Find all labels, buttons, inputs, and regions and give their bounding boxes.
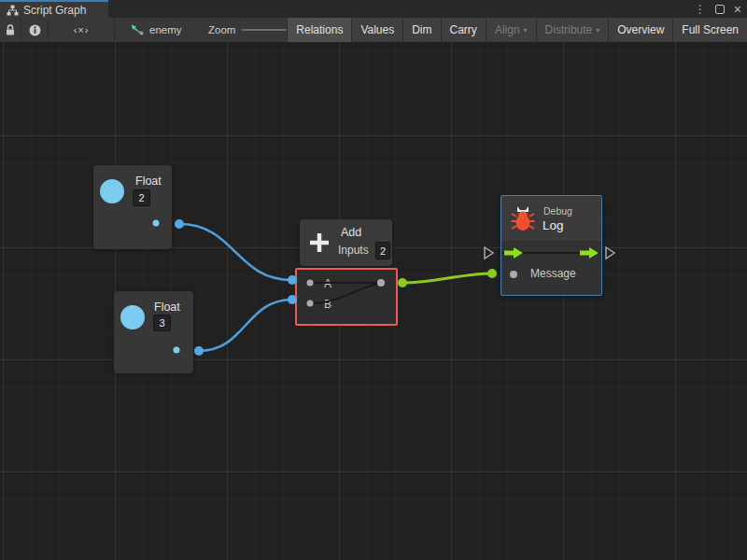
dim-label: Dim	[412, 23, 431, 36]
tab-script-graph[interactable]: Script Graph	[0, 0, 108, 18]
chevron-down-icon: ▾	[524, 27, 528, 35]
plus-icon	[307, 231, 331, 255]
graph-name-label: enemy	[149, 24, 182, 35]
info-button[interactable]	[21, 18, 49, 42]
zoom-label: Zoom	[208, 24, 235, 35]
float-node-1-title: Float	[135, 175, 162, 188]
fullscreen-label: Full Screen	[682, 23, 739, 36]
flow-port-out-triangle[interactable]	[606, 247, 614, 259]
wire1-start-dot[interactable]	[175, 219, 184, 229]
green-wire-start-dot[interactable]	[398, 278, 407, 287]
fullscreen-button[interactable]: Full Screen	[672, 18, 747, 42]
code-view-glyph: ‹×›	[74, 24, 90, 35]
float-node-2-title: Float	[154, 301, 180, 314]
float-node-2[interactable]: Float 3	[114, 291, 193, 373]
carry-label: Carry	[450, 23, 477, 36]
values-label: Values	[360, 23, 394, 36]
align-label: Align	[495, 23, 520, 36]
window-controls: ⋮ ×	[695, 0, 741, 18]
maximize-icon[interactable]	[715, 5, 725, 14]
script-graph-window: Script Graph ⋮ ×	[0, 0, 747, 560]
align-button[interactable]: Align ▾	[486, 18, 536, 42]
lock-icon	[5, 23, 16, 36]
debug-log-node-category: Debug	[543, 205, 572, 217]
toolbar-toggle-buttons: Relations Values Dim Carry Align ▾ Distr…	[287, 18, 747, 42]
code-view-button[interactable]: ‹×›	[49, 18, 115, 42]
bug-icon	[510, 205, 536, 233]
float-node-1-value-field[interactable]: 2	[133, 189, 150, 206]
title-bar: Script Graph ⋮ ×	[0, 0, 747, 18]
close-icon[interactable]: ×	[734, 3, 741, 16]
flow-port-in-triangle[interactable]	[485, 247, 493, 259]
float-node-2-value-field[interactable]: 3	[153, 315, 171, 331]
graph-asset-icon	[131, 24, 144, 36]
toolbar: ‹×› enemy Zoom 1x Relations Valu	[0, 18, 747, 43]
add-node-port-a-label: A	[324, 277, 331, 290]
debug-log-node[interactable]: Debug Log Message	[500, 195, 602, 296]
relations-label: Relations	[296, 23, 343, 36]
distribute-label: Distribute	[545, 23, 593, 36]
wire-float2-to-add-b[interactable]	[199, 300, 292, 351]
debug-log-node-title: Log	[543, 218, 564, 232]
wire-add-to-debug-message[interactable]	[402, 273, 492, 283]
tab-label: Script Graph	[23, 4, 86, 17]
graph-canvas[interactable]: Float 2 Float 3 Add Inputs 2 A B	[0, 42, 747, 560]
graph-breadcrumb[interactable]: enemy	[131, 18, 182, 42]
toolbar-left-group: ‹×›	[0, 18, 115, 42]
green-wire-end-dot[interactable]	[487, 269, 497, 278]
add-node-inputs-field[interactable]: 2	[375, 242, 390, 259]
add-node-header[interactable]: Add Inputs 2	[300, 219, 392, 266]
relations-button[interactable]: Relations	[287, 18, 351, 42]
float-node-1[interactable]: Float 2	[93, 165, 172, 249]
overview-label: Overview	[617, 23, 664, 36]
wire-float1-to-add-a[interactable]	[179, 224, 292, 280]
debug-log-message-port-label: Message	[530, 267, 576, 280]
wire2-start-dot[interactable]	[194, 346, 204, 356]
add-node-body-selected[interactable]: A B	[295, 268, 398, 326]
add-node-port-b-label: B	[324, 298, 331, 311]
graph-hierarchy-icon	[7, 5, 19, 16]
add-node-inputs-label: Inputs	[338, 244, 369, 257]
carry-button[interactable]: Carry	[441, 18, 486, 42]
chevron-down-icon: ▾	[596, 27, 599, 35]
distribute-button[interactable]: Distribute ▾	[536, 18, 609, 42]
lock-button[interactable]	[0, 18, 21, 42]
info-icon	[29, 24, 41, 36]
values-button[interactable]: Values	[351, 18, 402, 42]
overview-button[interactable]: Overview	[608, 18, 672, 42]
window-menu-icon[interactable]: ⋮	[695, 4, 706, 15]
add-node-title: Add	[341, 226, 361, 239]
dim-button[interactable]: Dim	[402, 18, 440, 42]
